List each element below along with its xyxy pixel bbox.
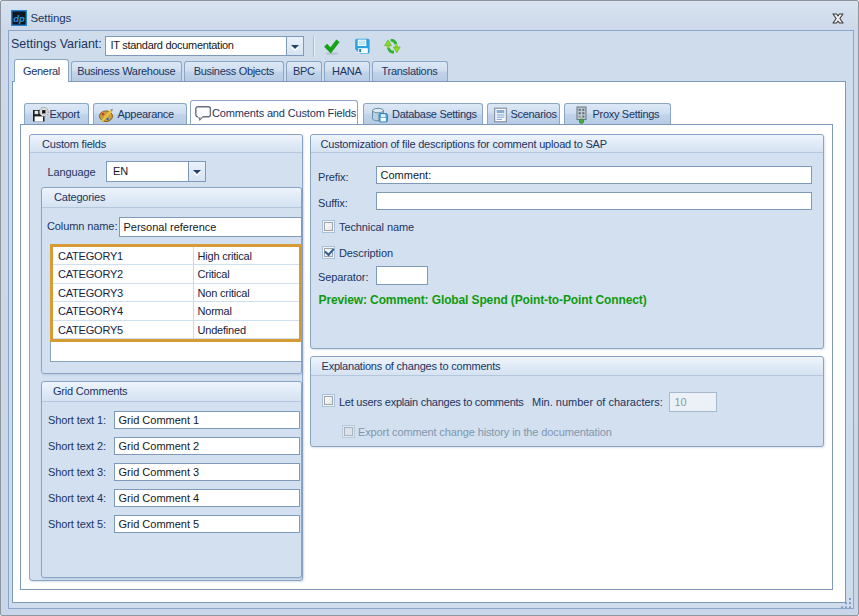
- svg-text:dp: dp: [13, 13, 25, 24]
